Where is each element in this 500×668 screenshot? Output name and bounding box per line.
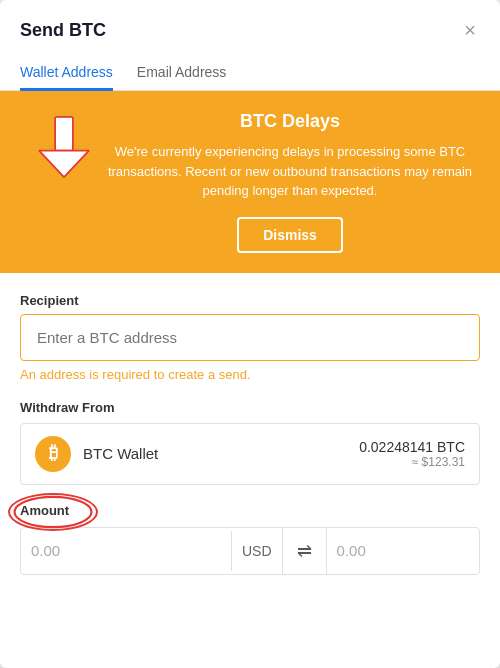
modal-title: Send BTC: [20, 20, 106, 41]
amount-label-wrapper: Amount: [20, 501, 69, 519]
banner-body-text: We're currently experiencing delays in p…: [104, 142, 476, 201]
withdraw-from-label: Withdraw From: [20, 400, 480, 415]
wallet-balance: 0.02248141 BTC ≈ $123.31: [359, 439, 465, 469]
tabs-container: Wallet Address Email Address: [0, 56, 500, 91]
banner-title: BTC Delays: [104, 111, 476, 132]
amount-inputs-container: USD ⇌ BTC: [20, 527, 480, 575]
btc-delays-banner: BTC Delays We're currently experiencing …: [0, 91, 500, 273]
wallet-name: BTC Wallet: [83, 445, 359, 462]
modal-header: Send BTC ×: [0, 0, 500, 44]
send-btc-modal: Send BTC × Wallet Address Email Address: [0, 0, 500, 668]
amount-btc-input[interactable]: [327, 530, 480, 571]
svg-rect-0: [55, 117, 73, 151]
balance-usd: ≈ $123.31: [359, 455, 465, 469]
amount-label: Amount: [20, 503, 69, 518]
recipient-input[interactable]: [20, 314, 480, 361]
svg-marker-1: [39, 151, 89, 178]
usd-currency-label: USD: [231, 531, 282, 571]
banner-content: BTC Delays We're currently experiencing …: [104, 111, 476, 253]
close-button[interactable]: ×: [460, 16, 480, 44]
arrow-down-icon: [36, 115, 92, 179]
tab-email-address[interactable]: Email Address: [137, 56, 226, 91]
recipient-label: Recipient: [20, 293, 480, 308]
swap-icon: ⇌: [297, 540, 312, 562]
tab-wallet-address[interactable]: Wallet Address: [20, 56, 113, 91]
amount-usd-input[interactable]: [21, 530, 231, 571]
arrow-container: [24, 111, 104, 179]
balance-btc: 0.02248141 BTC: [359, 439, 465, 455]
dismiss-button[interactable]: Dismiss: [237, 217, 343, 253]
btc-wallet-icon: ₿: [35, 436, 71, 472]
modal-body: Recipient An address is required to crea…: [0, 273, 500, 669]
swap-currency-button[interactable]: ⇌: [282, 528, 327, 574]
recipient-error: An address is required to create a send.: [20, 367, 480, 382]
wallet-row[interactable]: ₿ BTC Wallet 0.02248141 BTC ≈ $123.31: [20, 423, 480, 485]
amount-section: Amount USD ⇌ BTC: [20, 501, 480, 575]
